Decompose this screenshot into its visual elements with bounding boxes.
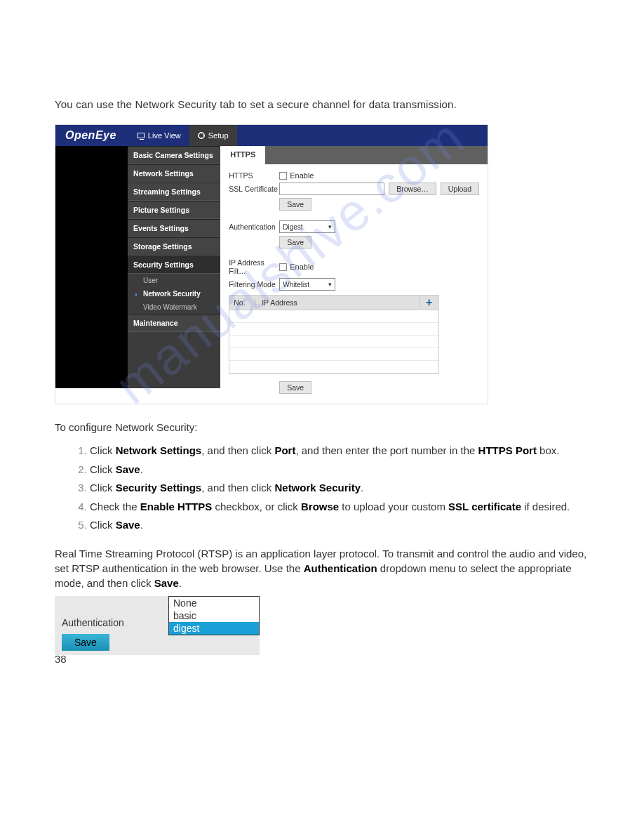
subheading: To configure Network Security: — [55, 421, 589, 433]
browse-button[interactable]: Browse… — [389, 183, 436, 195]
step-2: Click Save. — [90, 462, 589, 478]
step-5: Click Save. — [90, 517, 589, 534]
table-row — [229, 348, 438, 361]
nav-setup[interactable]: Setup — [189, 125, 237, 146]
ip-table: No. IP Address + — [229, 295, 439, 374]
submenu-video-watermark[interactable]: Video Watermark — [128, 300, 220, 314]
tab-https[interactable]: HTTPS — [220, 146, 265, 164]
page-number: 38 — [55, 653, 67, 665]
dropdown-option-basic[interactable]: basic — [169, 609, 259, 622]
submenu-network-security[interactable]: Network Security — [128, 287, 220, 300]
add-ip-button[interactable]: + — [419, 296, 438, 309]
menu-storage[interactable]: Storage Settings — [128, 237, 220, 256]
nav-setup-label: Setup — [208, 131, 229, 140]
table-row — [229, 310, 438, 323]
dropdown-option-none[interactable]: None — [169, 597, 259, 609]
step-1: Click Network Settings, and then click P… — [90, 443, 589, 459]
intro-text: You can use the Network Security tab to … — [55, 98, 589, 110]
screenshot-panel: OpenEye Live View Setup Basic Camera Set… — [55, 124, 488, 404]
auth-select[interactable]: Digest — [279, 220, 335, 233]
steps-list: Click Network Settings, and then click P… — [90, 443, 589, 534]
col-ipaddress: IP Address — [256, 298, 419, 307]
auth-dropdown-open[interactable]: None basic digest — [168, 596, 260, 635]
https-enable-checkbox[interactable] — [279, 172, 287, 180]
step-3: Click Security Settings, and then click … — [90, 480, 589, 496]
menu-streaming[interactable]: Streaming Settings — [128, 183, 220, 201]
auth-label: Authentication — [229, 223, 279, 231]
save-button-1[interactable]: Save — [279, 198, 311, 211]
menu-security[interactable]: Security Settings — [128, 256, 220, 274]
gear-icon — [198, 132, 205, 139]
ssl-label: SSL Certificate — [229, 185, 279, 193]
save-button-3[interactable]: Save — [279, 381, 311, 394]
filtermode-select[interactable]: Whitelist — [279, 278, 335, 291]
tab-bar: HTTPS — [220, 146, 488, 164]
config-panel: HTTPS HTTPS Enable SSL Certificate Brows… — [220, 146, 488, 404]
menu-basic-camera[interactable]: Basic Camera Settings — [128, 146, 220, 164]
top-nav: Live View Setup — [129, 125, 237, 146]
ipfilter-enable-checkbox[interactable] — [279, 263, 287, 271]
submenu-user[interactable]: User — [128, 274, 220, 287]
nav-live-view[interactable]: Live View — [129, 125, 189, 146]
brand-logo: OpenEye — [55, 129, 129, 142]
table-row — [229, 336, 438, 348]
upload-button[interactable]: Upload — [441, 183, 479, 195]
menu-picture[interactable]: Picture Settings — [128, 201, 220, 219]
https-label: HTTPS — [229, 171, 279, 180]
settings-sidebar: Basic Camera Settings Network Settings S… — [128, 146, 220, 388]
ipfilter-enable-label: Enable — [290, 263, 314, 271]
menu-network[interactable]: Network Settings — [128, 164, 220, 183]
table-row — [229, 323, 438, 336]
monitor-icon — [137, 133, 145, 138]
save-button-2[interactable]: Save — [279, 236, 311, 249]
nav-live-view-label: Live View — [148, 131, 181, 140]
table-row — [229, 361, 438, 373]
left-black-column — [55, 146, 128, 388]
filtermode-label: Filtering Mode — [229, 280, 279, 289]
ipfilter-label: IP Address Filt… — [229, 258, 279, 275]
menu-maintenance[interactable]: Maintenance — [128, 314, 220, 332]
ssl-cert-input[interactable] — [279, 183, 384, 195]
step-4: Check the Enable HTTPS checkbox, or clic… — [90, 499, 589, 515]
top-bar: OpenEye Live View Setup — [55, 125, 488, 146]
rtsp-paragraph: Real Time Streaming Protocol (RTSP) is a… — [55, 546, 589, 590]
menu-events[interactable]: Events Settings — [128, 219, 220, 237]
auth-widget-screenshot: Authentication Save None basic digest — [55, 596, 260, 655]
enable-label: Enable — [290, 171, 314, 180]
auth-save-button[interactable]: Save — [62, 634, 109, 651]
col-no: No. — [229, 298, 256, 307]
dropdown-option-digest[interactable]: digest — [169, 622, 259, 635]
